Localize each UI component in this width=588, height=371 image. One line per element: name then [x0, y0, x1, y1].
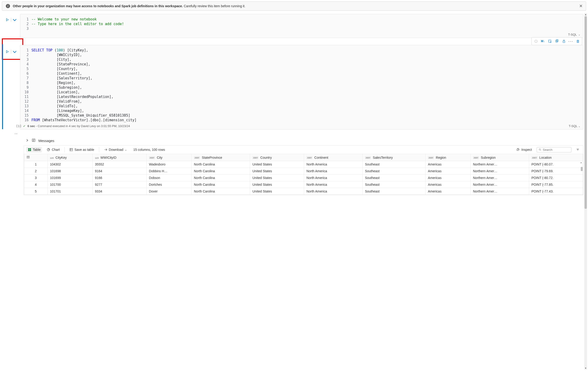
result-search[interactable]	[536, 147, 571, 153]
cell-2-language-label: T-SQL	[569, 124, 577, 128]
chevron-down-icon: ⌄	[125, 148, 127, 151]
result-table-wrap: ▲ 123 CityKey123 WWICityIDANY CityANY St…	[24, 154, 583, 195]
table-header-Country[interactable]: ANY Country	[250, 154, 304, 161]
svg-point-1	[535, 41, 536, 41]
table-cell: 101700	[47, 181, 92, 188]
table-row[interactable]: 31016999166DobsonNorth CarolinaUnited St…	[24, 175, 583, 181]
table-cell: United States	[250, 188, 304, 195]
save-as-table-button[interactable]: Save as table	[68, 147, 96, 153]
table-cell: North Carolina	[192, 175, 250, 181]
lock-cell-button[interactable]	[561, 38, 567, 44]
cell-2[interactable]: M↓ ··· 12345678910111213141516 SELECT TO…	[20, 45, 583, 129]
cell-2-gutter	[2, 45, 20, 129]
success-check-icon: ✓	[23, 124, 26, 128]
table-header-Location[interactable]: ANY Location	[529, 154, 583, 161]
table-cell: 104302	[47, 161, 92, 168]
result-toolbar: Table Chart Save as table Download ⌄ 15 …	[24, 145, 583, 154]
run-cell-1-button[interactable]	[5, 17, 10, 22]
cell-more-menu[interactable]: ···	[14, 132, 17, 136]
scrollbar-thumb[interactable]	[585, 16, 587, 209]
table-header-WWICityID[interactable]: 123 WWICityID	[92, 154, 147, 161]
run-cell-1-menu[interactable]	[12, 17, 17, 22]
result-filter-button[interactable]	[575, 147, 581, 152]
table-cell: Dover	[147, 188, 191, 195]
info-banner-close[interactable]: ✕	[579, 3, 583, 9]
table-cell: Dobbins H…	[147, 168, 191, 175]
table-header-CityKey[interactable]: 123 CityKey	[47, 154, 92, 161]
table-cell: POINT (-80.72.	[529, 175, 583, 181]
table-scroll-up-icon[interactable]: ▲	[580, 161, 582, 164]
info-banner-text: Other people in your organization may ha…	[13, 4, 245, 8]
svg-rect-16	[70, 148, 73, 151]
table-cell: 2	[24, 168, 48, 175]
table-header-index[interactable]	[24, 154, 48, 161]
cell-2-toolbar: M↓ ···	[531, 37, 582, 45]
table-cell: 101701	[47, 188, 92, 195]
table-cell: United States	[250, 161, 304, 168]
run-cell-2-menu[interactable]	[12, 49, 17, 54]
cell-1-code[interactable]: -- Welcome to your new notebook-- Type h…	[32, 17, 579, 31]
more-actions-button[interactable]: ···	[567, 38, 574, 44]
table-cell: 5	[24, 188, 48, 195]
table-cell: United States	[250, 181, 304, 188]
messages-expand-icon[interactable]	[26, 139, 29, 143]
info-icon: i	[6, 4, 10, 8]
table-cell: North Carolina	[192, 181, 250, 188]
table-row[interactable]: 41017009277DortchesNorth CarolinaUnited …	[24, 181, 583, 188]
cell-2-status-rest: - Command executed in 4 sec by David Lev…	[35, 124, 130, 128]
table-cell: North America	[304, 168, 362, 175]
table-cell: Northern Amer…	[471, 168, 529, 175]
inspect-button[interactable]: Inspect	[515, 147, 533, 153]
table-cell: North Carolina	[192, 188, 250, 195]
messages-row[interactable]: Messages	[24, 136, 583, 145]
clear-output-button[interactable]	[546, 38, 553, 44]
download-label: Download	[109, 148, 123, 152]
cell-1-language-selector[interactable]: T-SQL ⌄	[568, 33, 580, 36]
table-header-City[interactable]: ANY City	[147, 154, 191, 161]
svg-point-2	[536, 41, 536, 41]
table-header-Continent[interactable]: ANY Continent	[304, 154, 362, 161]
table-header-StateProvince[interactable]: ANY StateProvince	[192, 154, 250, 161]
svg-rect-4	[556, 40, 557, 42]
copy-cell-button[interactable]	[554, 38, 560, 44]
table-cell: Wadesboro	[147, 161, 191, 168]
table-cell: 1	[24, 161, 48, 168]
table-row[interactable]: 51017019334DoverNorth CarolinaUnited Sta…	[24, 188, 583, 195]
cell-1-linenos: 123	[24, 17, 32, 31]
info-banner-rest: Carefully review this item before runnin…	[183, 4, 245, 8]
markdown-toggle[interactable]: M↓	[540, 38, 546, 44]
cell-1[interactable]: 123 -- Welcome to your new notebook-- Ty…	[20, 14, 583, 38]
table-cell: 101698	[47, 168, 92, 175]
table-cell: POINT (-79.69.	[529, 168, 583, 175]
cell-2-code[interactable]: SELECT TOP (100) [CityKey], [WWICityID],…	[32, 48, 579, 123]
table-header-SalesTerritory[interactable]: ANY SalesTerritory	[362, 154, 426, 161]
result-view-table[interactable]: Table	[26, 147, 42, 153]
table-row[interactable]: 21016989164Dobbins H…North CarolinaUnite…	[24, 168, 583, 175]
copilot-icon[interactable]	[533, 38, 539, 44]
download-button[interactable]: Download ⌄	[102, 147, 128, 153]
scrollbar-vertical[interactable]: ▲ ▼	[584, 13, 587, 370]
table-cell: Americas	[426, 161, 471, 168]
svg-rect-6	[563, 41, 565, 42]
run-cell-2-button[interactable]	[5, 49, 10, 54]
table-cell: North Carolina	[192, 168, 250, 175]
svg-rect-14	[30, 150, 31, 151]
table-cell: Americas	[426, 168, 471, 175]
table-cell: Americas	[426, 175, 471, 181]
table-header-Region[interactable]: ANY Region	[426, 154, 471, 161]
svg-rect-11	[28, 148, 29, 149]
table-scroll-thumb[interactable]	[581, 167, 583, 171]
delete-cell-button[interactable]	[575, 38, 581, 44]
inspect-label: Inspect	[521, 148, 532, 152]
result-search-input[interactable]	[543, 148, 569, 152]
svg-point-20	[539, 149, 541, 150]
table-cell: 35552	[92, 161, 147, 168]
cell-2-language-selector[interactable]: T-SQL ⌄	[569, 124, 580, 128]
result-view-table-label: Table	[33, 148, 41, 152]
table-cell: Northern Amer…	[471, 181, 529, 188]
svg-rect-25	[27, 156, 30, 158]
chevron-down-icon: ⌄	[578, 33, 580, 36]
result-view-chart[interactable]: Chart	[45, 147, 61, 153]
table-header-Subregion[interactable]: ANY Subregion	[471, 154, 529, 161]
table-row[interactable]: 110430235552WadesboroNorth CarolinaUnite…	[24, 161, 583, 168]
